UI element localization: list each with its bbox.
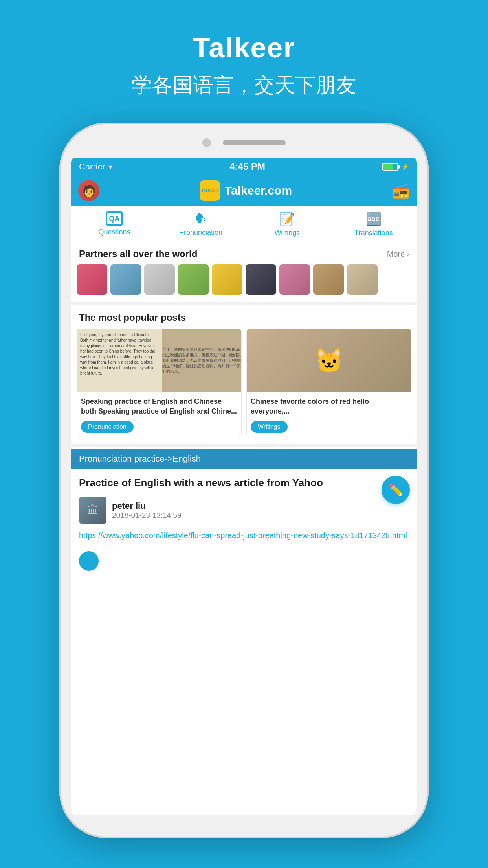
tab-pronunciation-label: Pronunciation [179,228,222,237]
post-image-2: 🐱 [247,329,411,392]
post-image-1: Last year, my parents came to China to .… [77,329,241,392]
practice-link[interactable]: https://www.yahoo.com/lifestyle/flu-can-… [79,530,409,541]
partners-row [71,264,417,302]
pronunciation-icon: 🗣 [194,211,207,226]
tab-translations[interactable]: 🔤 Translations [330,206,417,241]
author-row: 🏛 peter liu 2018-01-23 13:14:59 [79,497,409,524]
phone-top-bar [202,123,286,147]
post-content-1: Speaking practice of English and Chinese… [77,392,241,437]
nav-tabs: QA Questions 🗣 Pronunciation 📝 Writings … [71,206,417,241]
section-divider-2 [71,444,417,447]
post-badge-2[interactable]: Writings [251,421,288,433]
carrier-label: Carrier [79,162,105,172]
wifi-icon: ▾ [108,162,112,171]
status-right: ⚡ [382,163,409,171]
partners-title: Partners all over the world [79,248,197,259]
post-card-2[interactable]: 🐱 Chinese favorite colors of red hello e… [246,329,411,437]
post-card-1[interactable]: Last year, my parents came to China to .… [77,329,242,437]
partner-avatar-7[interactable] [279,264,310,295]
partner-avatar-6[interactable] [246,264,276,295]
post-badge-1[interactable]: Pronunciation [81,421,134,433]
partners-more-link[interactable]: More › [387,250,409,259]
post-image-left: Last year, my parents came to China to .… [77,329,162,392]
content-area: Partners all over the world More › The [71,241,417,815]
phone-screen: Carrier ▾ 4:45 PM ⚡ 🧑 TALKEER Talkeer.co… [71,158,417,815]
logo-text: Talkeer.com [225,184,292,197]
bottom-avatar [79,551,99,571]
app-subtitle: 学各国语言，交天下朋友 [132,72,356,99]
post-image-right: 去年，我的父母曾经来到中国。虽然他们以前到过欧洲的很多地方，但都来过中国。他们跟… [162,329,241,392]
writings-icon: 📝 [279,211,295,226]
status-left: Carrier ▾ [79,162,112,172]
posts-row: Last year, my parents came to China to .… [71,329,417,444]
logo-badge: TALKEER [200,180,220,201]
tab-questions-label: Questions [98,228,130,236]
post-image-text-zh: 去年，我的父母曾经来到中国。虽然他们以前到过欧洲的很多地方，但都来过中国。他们跟… [162,347,241,374]
popular-posts-section: The most popular posts Last year, my par… [71,305,417,444]
practice-section-header: Pronunciation practice->English [71,449,417,469]
battery-icon [382,163,398,171]
partner-avatar-3[interactable] [144,264,175,295]
tab-translations-label: Translations [354,229,393,237]
post-content-2: Chinese favorite colors of red hello eve… [247,392,411,437]
partner-avatar-4[interactable] [178,264,209,295]
author-info: peter liu 2018-01-23 13:14:59 [112,501,181,520]
charging-icon: ⚡ [401,163,409,171]
tab-questions[interactable]: QA Questions [71,206,158,241]
phone-frame: Carrier ▾ 4:45 PM ⚡ 🧑 TALKEER Talkeer.co… [59,123,429,838]
partner-avatar-1[interactable] [77,264,107,295]
tab-pronunciation[interactable]: 🗣 Pronunciation [158,206,244,241]
questions-icon: QA [106,211,123,226]
practice-section: Pronunciation practice->English Practice… [71,449,417,547]
app-header: 🧑 TALKEER Talkeer.com 📻 [71,175,417,206]
user-avatar[interactable]: 🧑 [78,180,99,201]
partner-avatar-8[interactable] [313,264,344,295]
popular-posts-title: The most popular posts [71,305,417,329]
status-time: 4:45 PM [229,161,265,172]
author-date: 2018-01-23 13:14:59 [112,511,181,520]
app-title: Talkeer [193,31,295,64]
post-image-text-en: Last year, my parents came to China to .… [80,332,159,376]
phone-camera [202,138,211,147]
radio-icon[interactable]: 📻 [392,182,410,199]
tab-writings[interactable]: 📝 Writings [244,206,330,241]
partner-avatar-9[interactable] [347,264,378,295]
edit-fab-button[interactable]: ✏️ [382,476,410,504]
author-avatar: 🏛 [79,497,106,524]
bottom-partial [71,547,417,575]
practice-content: Practice of English with a news article … [71,469,417,547]
status-bar: Carrier ▾ 4:45 PM ⚡ [71,158,417,175]
logo-area: TALKEER Talkeer.com [200,180,292,201]
battery-fill [383,164,393,170]
practice-title: Practice of English with a news article … [79,476,409,490]
partner-avatar-2[interactable] [110,264,141,295]
section-divider [71,302,417,305]
phone-speaker [223,140,286,145]
tab-writings-label: Writings [275,229,300,237]
author-name: peter liu [112,501,181,511]
partners-header: Partners all over the world More › [71,241,417,264]
post-title-2: Chinese favorite colors of red hello eve… [251,397,407,416]
post-title-1: Speaking practice of English and Chinese… [81,397,237,416]
partner-avatar-5[interactable] [212,264,242,295]
translations-icon: 🔤 [366,211,382,226]
